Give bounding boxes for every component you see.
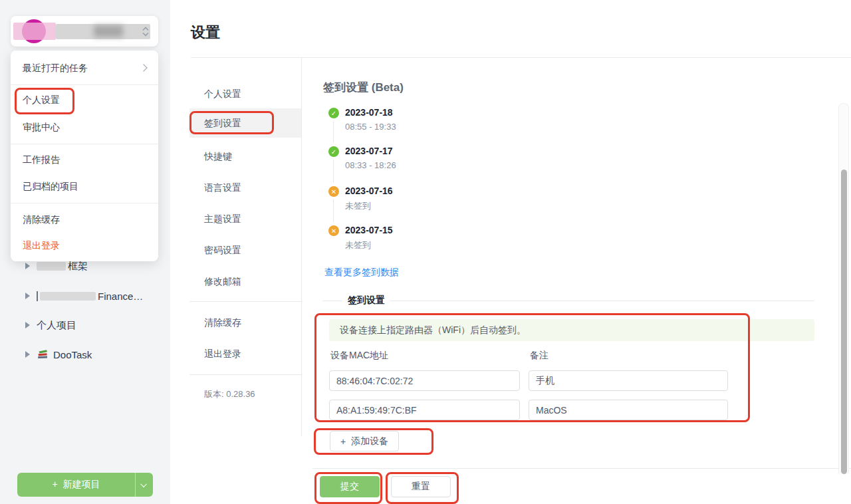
plus-icon: + <box>52 479 57 489</box>
nav-item-checkin-settings[interactable]: 签到设置 <box>189 108 301 138</box>
check-circle-icon: ✓ <box>328 146 339 157</box>
user-dropdown-menu: 最近打开的任务 个人设置 审批中心 工作报告 已归档的项目 清除缓存 退出登录 <box>11 51 158 261</box>
divider <box>189 374 301 375</box>
checkin-date: 2023-07-16 <box>345 186 393 196</box>
nav-item-logout[interactable]: 退出登录 <box>189 342 301 365</box>
expand-triangle-icon[interactable] <box>25 322 30 328</box>
sidebar: 最近打开的任务 个人设置 审批中心 工作报告 已归档的项目 清除缓存 退出登录 … <box>0 0 170 504</box>
divider <box>322 301 342 301</box>
add-device-button[interactable]: + 添加设备 <box>330 431 399 451</box>
checkin-detail: 未签到 <box>345 200 393 212</box>
checkin-date: 2023-07-17 <box>345 146 396 156</box>
user-name-redacted-smudge <box>94 25 123 37</box>
user-card[interactable] <box>11 16 158 47</box>
nav-item-clear-cache[interactable]: 清除缓存 <box>189 311 301 334</box>
nav-item-language[interactable]: 语言设置 <box>189 176 301 199</box>
menu-item-label: 最近打开的任务 <box>23 63 88 73</box>
checkin-record: ✓ 2023-07-17 08:33 - 18:26 <box>328 146 396 170</box>
new-project-dropdown-toggle[interactable] <box>136 483 153 487</box>
section-title: 签到设置 <box>348 295 385 307</box>
submit-button[interactable]: 提交 <box>320 476 380 497</box>
divider <box>11 144 158 144</box>
menu-item-personal-settings[interactable]: 个人设置 <box>11 86 158 113</box>
scrollbar-thumb[interactable] <box>841 170 847 474</box>
version-label: 版本: 0.28.36 <box>204 388 255 400</box>
timeline-connector <box>333 199 334 222</box>
menu-item-approval-center[interactable]: 审批中心 <box>11 114 158 140</box>
menu-item-clear-cache[interactable]: 清除缓存 <box>11 206 158 233</box>
cross-circle-icon: ✕ <box>328 186 339 197</box>
checkin-timeline: ✓ 2023-07-18 08:55 - 19:33 ✓ 2023-07-17 … <box>328 107 528 260</box>
section-divider: 签到设置 <box>322 295 814 306</box>
checkin-date: 2023-07-15 <box>345 225 393 235</box>
checkin-record: ✕ 2023-07-16 未签到 <box>328 186 393 212</box>
plus-icon: + <box>340 436 346 447</box>
project-item-dootask[interactable]: DooTask <box>25 347 92 362</box>
project-name-redacted <box>37 291 38 301</box>
project-label: DooTask <box>53 349 92 360</box>
checkin-detail: 08:55 - 19:33 <box>345 122 396 132</box>
chevron-down-icon <box>140 481 147 487</box>
project-item-finance[interactable]: Finance… <box>25 289 143 303</box>
project-label: 个人项目 <box>37 319 76 332</box>
project-label: 框架 <box>68 260 88 273</box>
expand-triangle-icon[interactable] <box>25 263 30 269</box>
nav-item-theme[interactable]: 主题设置 <box>189 207 301 230</box>
more-checkin-data-link[interactable]: 查看更多签到数据 <box>324 267 399 279</box>
project-name-redacted <box>40 292 96 301</box>
nav-item-personal-settings[interactable]: 个人设置 <box>189 82 301 105</box>
divider <box>11 203 158 203</box>
nav-item-change-email[interactable]: 修改邮箱 <box>189 270 301 293</box>
checkin-record: ✓ 2023-07-18 08:55 - 19:33 <box>328 107 396 132</box>
add-device-label: 添加设备 <box>351 436 388 447</box>
divider <box>189 301 301 302</box>
mac-input-2[interactable] <box>329 400 520 420</box>
settings-page: 设置 个人设置 签到设置 快捷键 语言设置 主题设置 密码设置 修改邮箱 清除缓… <box>170 0 851 504</box>
chevron-right-icon <box>140 64 147 71</box>
checkin-detail: 08:33 - 18:26 <box>345 160 396 170</box>
note-input-1[interactable] <box>529 370 728 391</box>
checkin-record: ✕ 2023-07-15 未签到 <box>328 225 393 251</box>
menu-item-archived-projects[interactable]: 已归档的项目 <box>11 173 158 199</box>
note-input-2[interactable] <box>529 400 728 420</box>
new-project-button[interactable]: +新建项目 <box>17 473 153 497</box>
divider <box>312 468 851 469</box>
user-name-redacted-blur <box>13 23 56 40</box>
settings-nav: 个人设置 签到设置 快捷键 语言设置 主题设置 密码设置 修改邮箱 清除缓存 退… <box>189 58 302 436</box>
divider <box>11 84 158 85</box>
books-icon <box>37 348 49 361</box>
new-project-label: +新建项目 <box>17 479 135 491</box>
mac-input-1[interactable] <box>329 370 520 391</box>
checkin-date: 2023-07-18 <box>345 107 396 118</box>
mac-address-label: 设备MAC地址 <box>330 350 388 362</box>
timeline-connector <box>333 160 334 183</box>
page-title: 设置 <box>191 23 220 43</box>
expand-updown-icon <box>142 26 150 40</box>
check-circle-icon: ✓ <box>328 108 339 118</box>
expand-triangle-icon[interactable] <box>25 293 30 299</box>
reset-button[interactable]: 重置 <box>391 476 451 497</box>
menu-item-logout[interactable]: 退出登录 <box>11 232 158 259</box>
checkin-heading: 签到设置 (Beta) <box>323 80 404 95</box>
menu-item-work-report[interactable]: 工作报告 <box>11 146 158 173</box>
nav-item-password[interactable]: 密码设置 <box>189 239 301 261</box>
project-label: Finance… <box>98 291 143 302</box>
wifi-checkin-alert: 设备连接上指定路由器（WiFi）后自动签到。 <box>329 319 814 341</box>
project-item-personal[interactable]: 个人项目 <box>25 318 76 332</box>
divider <box>390 301 814 301</box>
menu-item-recent-tasks[interactable]: 最近打开的任务 <box>11 55 158 81</box>
checkin-detail: 未签到 <box>345 239 393 251</box>
timeline-connector <box>333 121 334 143</box>
expand-triangle-icon[interactable] <box>25 351 30 358</box>
cross-circle-icon: ✕ <box>328 225 339 236</box>
note-label: 备注 <box>530 350 548 362</box>
project-name-redacted <box>37 262 66 271</box>
nav-item-shortcuts[interactable]: 快捷键 <box>189 145 301 168</box>
